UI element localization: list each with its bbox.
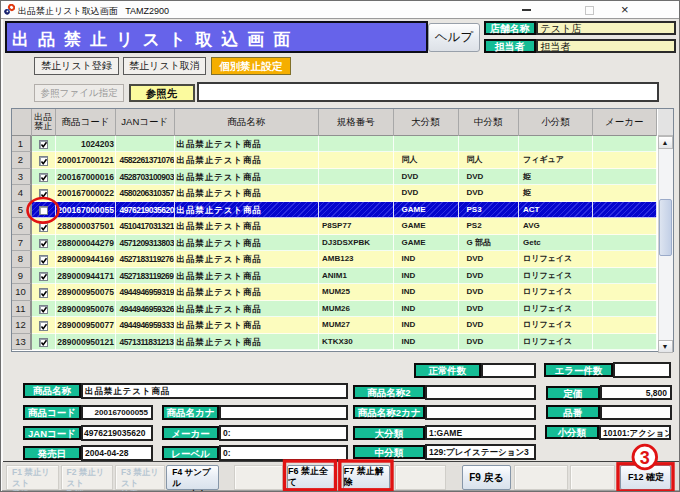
svg-text:3: 3 bbox=[640, 448, 650, 468]
